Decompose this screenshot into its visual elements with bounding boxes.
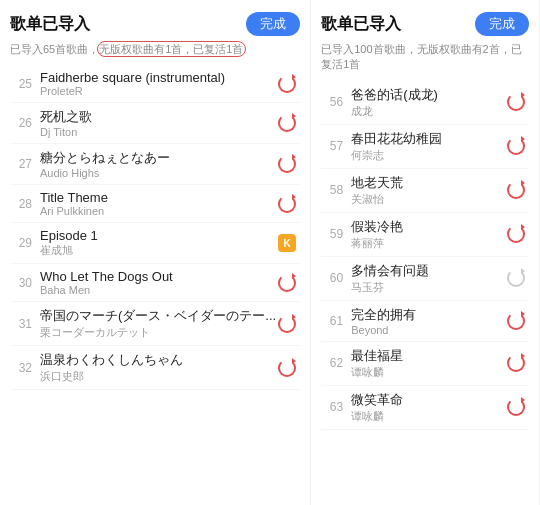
song-item[interactable]: 59 假装冷艳 蒋丽萍 (321, 213, 529, 257)
song-info: 糖分とらねぇとなあー Audio Highs (40, 149, 276, 179)
song-artist: 马玉芬 (351, 280, 505, 295)
song-icon-container[interactable] (505, 135, 527, 157)
refresh-icon (278, 114, 296, 132)
song-info: 完全的拥有 Beyond (351, 306, 505, 336)
song-index: 28 (12, 197, 32, 211)
song-info: 假装冷艳 蒋丽萍 (351, 218, 505, 251)
song-artist: ProleteR (40, 85, 276, 97)
right-song-list: 56 爸爸的话(成龙) 成龙 57 春田花花幼稚园 何崇志 58 地老天荒 关淑… (321, 81, 529, 430)
song-name: 温泉わくわくしんちゃん (40, 351, 276, 369)
song-icon-container[interactable] (276, 193, 298, 215)
refresh-icon (507, 181, 525, 199)
refresh-icon (278, 359, 296, 377)
song-artist: 成龙 (351, 104, 505, 119)
song-artist: 崔成旭 (40, 243, 276, 258)
song-info: 多情会有问题 马玉芬 (351, 262, 505, 295)
song-icon-container[interactable] (276, 73, 298, 95)
song-info: Episode 1 崔成旭 (40, 228, 276, 258)
left-panel-title: 歌单已导入 (10, 14, 90, 35)
right-panel-header: 歌单已导入 完成 (321, 12, 529, 36)
song-artist: 谭咏麟 (351, 409, 505, 424)
song-item[interactable]: 56 爸爸的话(成龙) 成龙 (321, 81, 529, 125)
song-item[interactable]: 57 春田花花幼稚园 何崇志 (321, 125, 529, 169)
song-name: Episode 1 (40, 228, 276, 243)
song-icon-container[interactable] (276, 112, 298, 134)
right-panel-title: 歌单已导入 (321, 14, 401, 35)
song-item[interactable]: 58 地老天荒 关淑怡 (321, 169, 529, 213)
refresh-icon (278, 274, 296, 292)
song-icon-container[interactable] (505, 267, 527, 289)
song-name: 帝国のマーチ(ダース・ベイダーのテー... (40, 307, 276, 325)
song-icon-container[interactable] (505, 352, 527, 374)
song-index: 56 (323, 95, 343, 109)
song-index: 61 (323, 314, 343, 328)
song-item[interactable]: 30 Who Let The Dogs Out Baha Men (10, 264, 300, 302)
song-item[interactable]: 60 多情会有问题 马玉芬 (321, 257, 529, 301)
song-info: 最佳福星 谭咏麟 (351, 347, 505, 380)
song-index: 26 (12, 116, 32, 130)
grey-icon (507, 269, 525, 287)
song-item[interactable]: 61 完全的拥有 Beyond (321, 301, 529, 342)
song-item[interactable]: 62 最佳福星 谭咏麟 (321, 342, 529, 386)
song-item[interactable]: 27 糖分とらねぇとなあー Audio Highs (10, 144, 300, 185)
song-icon-container[interactable] (505, 91, 527, 113)
song-info: 死机之歌 Dj Titon (40, 108, 276, 138)
song-info: 温泉わくわくしんちゃん 浜口史郎 (40, 351, 276, 384)
song-icon-container[interactable] (276, 357, 298, 379)
song-info: 地老天荒 关淑怡 (351, 174, 505, 207)
song-icon-container[interactable] (505, 396, 527, 418)
song-artist: 关淑怡 (351, 192, 505, 207)
refresh-icon (278, 155, 296, 173)
song-index: 57 (323, 139, 343, 153)
song-icon-container[interactable]: K (276, 232, 298, 254)
song-index: 25 (12, 77, 32, 91)
song-name: 完全的拥有 (351, 306, 505, 324)
song-name: 最佳福星 (351, 347, 505, 365)
right-done-button[interactable]: 完成 (475, 12, 529, 36)
song-info: 帝国のマーチ(ダース・ベイダーのテー... 栗コーダーカルテット (40, 307, 276, 340)
song-icon-container[interactable] (276, 272, 298, 294)
song-index: 63 (323, 400, 343, 414)
song-item[interactable]: 26 死机之歌 Dj Titon (10, 103, 300, 144)
song-name: 春田花花幼稚园 (351, 130, 505, 148)
song-name: 多情会有问题 (351, 262, 505, 280)
song-item[interactable]: 29 Episode 1 崔成旭 K (10, 223, 300, 264)
song-index: 29 (12, 236, 32, 250)
left-subtitle-highlight: 无版权歌曲有1首，已复活1首 (99, 43, 243, 55)
song-item[interactable]: 63 微笑革命 谭咏麟 (321, 386, 529, 430)
left-subtitle-normal: 已导入65首歌曲， (10, 43, 99, 55)
right-subtitle: 已导入100首歌曲，无版权歌曲有2首，已复活1首 (321, 42, 529, 73)
refresh-icon (278, 315, 296, 333)
song-artist: Dj Titon (40, 126, 276, 138)
song-icon-container[interactable] (505, 223, 527, 245)
right-panel: 歌单已导入 完成 已导入100首歌曲，无版权歌曲有2首，已复活1首 56 爸爸的… (311, 0, 540, 505)
left-panel: 歌单已导入 完成 已导入65首歌曲，无版权歌曲有1首，已复活1首 25 Faid… (0, 0, 311, 505)
song-name: 地老天荒 (351, 174, 505, 192)
song-artist: 何崇志 (351, 148, 505, 163)
song-artist: 谭咏麟 (351, 365, 505, 380)
song-index: 62 (323, 356, 343, 370)
song-info: Who Let The Dogs Out Baha Men (40, 269, 276, 296)
song-icon-container[interactable] (505, 179, 527, 201)
song-icon-container[interactable] (505, 310, 527, 332)
refresh-icon (507, 312, 525, 330)
song-artist: 栗コーダーカルテット (40, 325, 276, 340)
refresh-icon (507, 225, 525, 243)
left-song-list: 25 Faidherbe square (instrumental) Prole… (10, 65, 300, 390)
refresh-icon (507, 137, 525, 155)
song-name: 糖分とらねぇとなあー (40, 149, 276, 167)
song-icon-container[interactable] (276, 153, 298, 175)
song-item[interactable]: 32 温泉わくわくしんちゃん 浜口史郎 (10, 346, 300, 390)
refresh-icon (278, 195, 296, 213)
refresh-icon (278, 75, 296, 93)
song-item[interactable]: 28 Title Theme Ari Pulkkinen (10, 185, 300, 223)
song-artist: Baha Men (40, 284, 276, 296)
song-icon-container[interactable] (276, 313, 298, 335)
left-done-button[interactable]: 完成 (246, 12, 300, 36)
song-name: Title Theme (40, 190, 276, 205)
song-item[interactable]: 25 Faidherbe square (instrumental) Prole… (10, 65, 300, 103)
song-info: 爸爸的话(成龙) 成龙 (351, 86, 505, 119)
song-name: 微笑革命 (351, 391, 505, 409)
song-item[interactable]: 31 帝国のマーチ(ダース・ベイダーのテー... 栗コーダーカルテット (10, 302, 300, 346)
song-artist: Ari Pulkkinen (40, 205, 276, 217)
